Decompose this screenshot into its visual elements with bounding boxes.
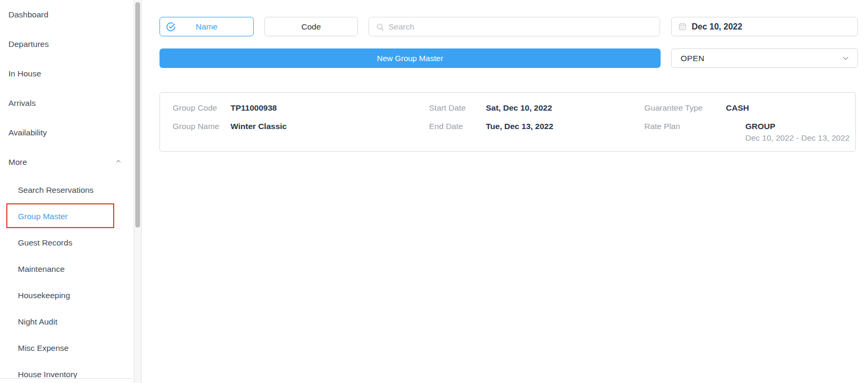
date-picker[interactable]: Dec 10, 2022 bbox=[671, 17, 858, 36]
sidebar-item-arrivals[interactable]: Arrivals bbox=[0, 89, 134, 118]
new-group-master-button[interactable]: New Group Master bbox=[159, 48, 661, 68]
sidebar-item-night-audit[interactable]: Night Audit bbox=[0, 309, 134, 335]
chevron-down-icon bbox=[841, 54, 850, 63]
guarantee-type-value: CASH bbox=[726, 103, 749, 113]
sidebar-scrollbar-track[interactable] bbox=[134, 0, 142, 383]
group-code-label: Group Code bbox=[173, 103, 217, 113]
sidebar-item-misc-expense[interactable]: Misc Expense bbox=[0, 335, 134, 361]
sidebar-item-availability[interactable]: Availability bbox=[0, 118, 134, 148]
sidebar: Dashboard Departures In House Arrivals A… bbox=[0, 0, 134, 379]
new-group-master-label: New Group Master bbox=[377, 54, 443, 63]
search-icon bbox=[376, 23, 384, 31]
name-filter-button[interactable]: Name bbox=[159, 17, 254, 36]
sidebar-item-label: Misc Expense bbox=[18, 343, 68, 353]
name-filter-label: Name bbox=[196, 22, 217, 32]
sidebar-item-search-reservations[interactable]: Search Reservations bbox=[0, 177, 134, 203]
group-name-label: Group Name bbox=[173, 122, 220, 131]
start-date-value: Sat, Dec 10, 2022 bbox=[486, 103, 552, 113]
check-circle-icon bbox=[166, 22, 176, 32]
sidebar-item-label: House Inventory bbox=[18, 370, 77, 379]
start-date-label: Start Date bbox=[429, 103, 466, 113]
sidebar-item-label: Night Audit bbox=[18, 317, 57, 327]
sidebar-item-label: Guest Records bbox=[18, 238, 72, 248]
group-master-page: Dashboard Departures In House Arrivals A… bbox=[0, 0, 868, 383]
rate-plan-label: Rate Plan bbox=[644, 122, 680, 131]
group-master-card[interactable]: Group Code TP11000938 Group Name Winter … bbox=[159, 92, 856, 152]
end-date-value: Tue, Dec 13, 2022 bbox=[486, 122, 553, 131]
sidebar-item-label: Maintenance bbox=[18, 264, 65, 274]
sidebar-item-label: Housekeeping bbox=[18, 291, 70, 300]
search-field bbox=[368, 17, 660, 36]
date-picker-value: Dec 10, 2022 bbox=[692, 22, 742, 32]
sidebar-item-in-house[interactable]: In House bbox=[0, 59, 134, 89]
rate-plan-dates: Dec 10, 2022 - Dec 13, 2022 bbox=[745, 133, 850, 143]
sidebar-item-more[interactable]: More bbox=[0, 148, 134, 177]
group-name-value: Winter Classic bbox=[231, 122, 287, 131]
sidebar-item-label: Arrivals bbox=[8, 99, 36, 108]
end-date-label: End Date bbox=[429, 122, 463, 131]
sidebar-item-label: In House bbox=[8, 69, 41, 78]
sidebar-item-label: Departures bbox=[8, 40, 49, 49]
sidebar-item-maintenance[interactable]: Maintenance bbox=[0, 256, 134, 282]
search-input[interactable] bbox=[388, 22, 660, 32]
sidebar-item-house-inventory[interactable]: House Inventory bbox=[0, 361, 134, 379]
sidebar-item-label: Search Reservations bbox=[18, 185, 94, 195]
sidebar-item-label: Dashboard bbox=[8, 10, 48, 19]
sidebar-item-housekeeping[interactable]: Housekeeping bbox=[0, 282, 134, 309]
sidebar-item-dashboard[interactable]: Dashboard bbox=[0, 0, 134, 30]
calendar-icon bbox=[678, 22, 687, 31]
code-filter-label: Code bbox=[301, 22, 321, 32]
sidebar-item-label: More bbox=[8, 158, 27, 167]
sidebar-item-group-master[interactable]: Group Master bbox=[0, 203, 134, 230]
sidebar-item-label: Availability bbox=[8, 128, 47, 138]
status-filter-value: OPEN bbox=[681, 54, 704, 63]
guarantee-type-label: Guarantee Type bbox=[644, 103, 703, 113]
group-code-value: TP11000938 bbox=[231, 103, 277, 113]
status-filter-select[interactable]: OPEN bbox=[671, 48, 858, 68]
sidebar-item-departures[interactable]: Departures bbox=[0, 30, 134, 59]
sidebar-item-label: Group Master bbox=[18, 212, 68, 221]
chevron-up-icon bbox=[115, 158, 122, 167]
sidebar-item-guest-records[interactable]: Guest Records bbox=[0, 230, 134, 256]
rate-plan-value: GROUP bbox=[745, 122, 775, 131]
code-filter-button[interactable]: Code bbox=[264, 17, 358, 36]
sidebar-scrollbar-thumb[interactable] bbox=[135, 2, 140, 228]
